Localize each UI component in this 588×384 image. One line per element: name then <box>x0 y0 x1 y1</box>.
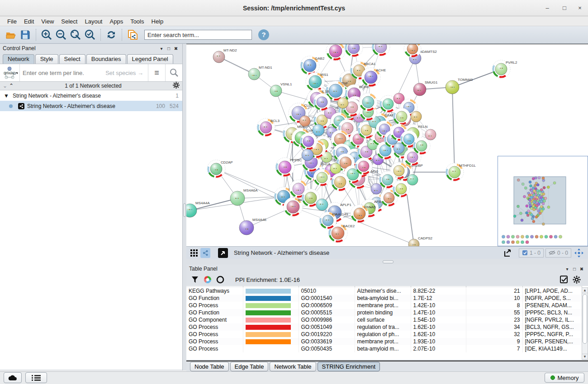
menu-apps[interactable]: Apps <box>106 17 127 26</box>
collapse-all-icon[interactable]: ⌄ <box>3 83 7 89</box>
panel-collapse-icon[interactable]: ▾ <box>564 267 571 272</box>
tab-node-table[interactable]: Node Table <box>190 362 229 371</box>
network-node[interactable] <box>371 183 382 194</box>
enrichment-row[interactable]: GO ComponentGO:0009986cell surface1.54E-… <box>186 316 582 323</box>
enrichment-row[interactable]: GO ProcessGO:0006509membrane prot...1.42… <box>186 302 582 309</box>
save-session-icon[interactable] <box>19 28 32 42</box>
network-node[interactable]: PPP5C <box>273 155 302 179</box>
network-collection-row[interactable]: ▼ String Network - Alzheimer's disease 1 <box>0 90 182 101</box>
tab-legend-panel[interactable]: Legend Panel <box>127 54 173 64</box>
network-node[interactable]: CADPS2 <box>408 236 433 246</box>
vertical-splitter-handle[interactable] <box>183 203 186 217</box>
string-options-icon[interactable]: ≡ <box>148 64 165 81</box>
enrichment-row[interactable]: GO FunctionGO:0005515protein binding1.47… <box>186 309 582 316</box>
network-node[interactable] <box>337 98 348 108</box>
minimize-button[interactable]: – <box>543 4 552 13</box>
tab-network[interactable]: Network <box>3 54 34 64</box>
close-button[interactable]: × <box>575 4 584 13</box>
selected-nodes-indicator[interactable]: 1 - 0 <box>519 248 544 258</box>
network-node[interactable] <box>313 124 324 136</box>
menu-layout[interactable]: Layout <box>81 17 106 26</box>
copy-network-icon[interactable] <box>126 28 139 42</box>
string-search-icon[interactable] <box>165 64 182 81</box>
panel-float-icon[interactable]: □ <box>165 46 172 51</box>
horizontal-splitter-handle[interactable] <box>383 260 394 263</box>
network-node[interactable]: TOMM40 <box>446 78 473 94</box>
zoom-fit-icon[interactable] <box>69 28 82 42</box>
enrichment-row[interactable]: GO ProcessGO:0050435beta-amyloid m...2.0… <box>186 345 582 352</box>
network-node[interactable] <box>324 44 347 63</box>
panel-close-icon[interactable]: ✖ <box>578 267 585 272</box>
help-icon[interactable]: ? <box>258 29 269 40</box>
menu-file[interactable]: File <box>4 17 20 26</box>
scroll-thumb[interactable] <box>583 294 587 344</box>
open-session-icon[interactable] <box>4 28 18 42</box>
species-hint[interactable]: Set species → <box>105 70 148 76</box>
panel-close-icon[interactable]: ✖ <box>172 46 180 51</box>
network-node[interactable] <box>316 199 328 211</box>
tree-expander-icon[interactable]: ▼ <box>4 93 9 99</box>
menu-edit[interactable]: Edit <box>20 17 38 26</box>
select-checkbox-icon[interactable] <box>559 275 569 285</box>
string-term-input[interactable] <box>20 70 105 76</box>
network-row[interactable]: String Network - Alzheimer's disease 100… <box>0 101 182 111</box>
network-node[interactable] <box>299 116 310 126</box>
network-node[interactable]: MTHFD1L <box>443 161 476 183</box>
expand-all-icon[interactable]: ⌃ <box>9 83 14 89</box>
network-node[interactable]: BCL3 <box>255 116 280 138</box>
tab-style[interactable]: Style <box>35 54 58 64</box>
tab-edge-table[interactable]: Edge Table <box>230 362 269 371</box>
tab-boundaries[interactable]: Boundaries <box>86 54 126 64</box>
detach-view-icon[interactable] <box>218 248 228 258</box>
tab-network-table[interactable]: Network Table <box>270 362 316 371</box>
menu-view[interactable]: View <box>38 17 57 26</box>
network-node[interactable] <box>302 149 313 161</box>
refresh-network-icon[interactable] <box>104 28 118 42</box>
network-node[interactable] <box>407 174 418 185</box>
enrichment-row[interactable]: GO FunctionGO:0001540beta-amyloid bi...1… <box>186 295 582 302</box>
enrichment-row[interactable]: GO ProcessGO:0019220regulation of ph...1… <box>186 331 582 338</box>
hidden-nodes-indicator[interactable]: 0 - 0 <box>545 248 571 258</box>
birds-eye-view[interactable] <box>498 156 588 246</box>
network-node[interactable]: MS4A4E <box>239 218 267 235</box>
network-node[interactable] <box>425 129 436 140</box>
table-vertical-scrollbar[interactable]: ▲ ▼ <box>582 287 588 360</box>
panel-float-icon[interactable]: □ <box>571 267 578 272</box>
memory-button[interactable]: Memory <box>545 373 584 383</box>
network-node[interactable]: PVRL2 <box>490 58 517 80</box>
network-node[interactable]: CD2AP <box>205 158 232 180</box>
panel-collapse-icon[interactable]: ▾ <box>158 46 165 51</box>
search-input[interactable] <box>144 30 252 40</box>
network-node[interactable] <box>330 163 341 174</box>
network-node[interactable] <box>370 44 392 58</box>
share-view-icon[interactable] <box>200 248 210 258</box>
enrichment-row[interactable]: GO ProcessGO:0033619membrane prot...1.93… <box>186 338 582 345</box>
tab-select[interactable]: Select <box>59 54 85 64</box>
table-settings-gear-icon[interactable] <box>572 275 582 285</box>
chart-donut-icon[interactable] <box>203 275 213 285</box>
string-logo-icon[interactable]: STRING <box>0 64 20 81</box>
zoom-selected-icon[interactable] <box>83 28 97 42</box>
network-options-gear-icon[interactable] <box>173 82 180 90</box>
network-node[interactable] <box>411 111 422 122</box>
zoom-out-icon[interactable] <box>54 28 68 42</box>
cloud-button[interactable] <box>4 372 22 383</box>
pan-navigator-icon[interactable] <box>574 248 584 258</box>
network-node[interactable] <box>394 143 404 154</box>
enrichment-row[interactable]: KEGG Pathways05010Alzheimer's dise...8.8… <box>186 287 582 295</box>
filter-icon[interactable] <box>190 275 200 285</box>
zoom-in-icon[interactable] <box>40 28 53 42</box>
scroll-up-arrow[interactable]: ▲ <box>582 288 588 293</box>
export-view-icon[interactable] <box>503 248 512 258</box>
maximize-button[interactable]: □ <box>560 4 569 13</box>
tab-string-enrichment[interactable]: STRING Enrichment <box>318 362 380 371</box>
menu-help[interactable]: Help <box>148 17 167 26</box>
menu-tools[interactable]: Tools <box>127 17 147 26</box>
scroll-down-arrow[interactable]: ▼ <box>582 354 588 359</box>
network-node[interactable]: MS4A6A <box>230 188 258 206</box>
enrichment-row[interactable]: GO ProcessGO:0051049regulation of tra...… <box>186 323 582 331</box>
grid-view-icon[interactable] <box>189 248 199 258</box>
ring-chart-icon[interactable] <box>215 275 225 285</box>
menu-select[interactable]: Select <box>57 17 81 26</box>
network-node[interactable] <box>343 44 365 59</box>
